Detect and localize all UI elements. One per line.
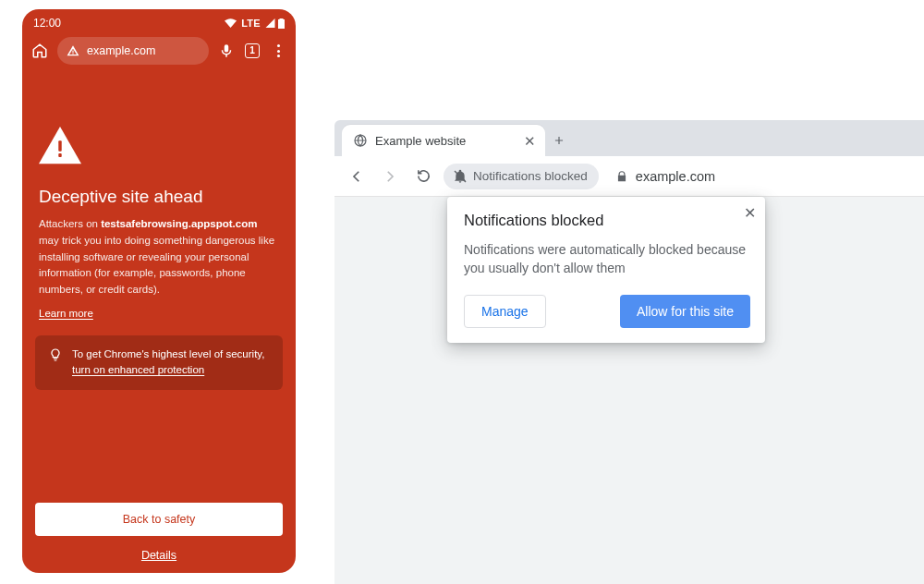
warning-paragraph: Attackers on testsafebrowsing.appspot.co… — [39, 216, 279, 298]
address-bar[interactable]: example.com — [615, 169, 715, 184]
warning-hostname: testsafebrowsing.appspot.com — [101, 218, 257, 229]
details-link[interactable]: Details — [35, 549, 283, 562]
enhanced-protection-tip[interactable]: To get Chrome's highest level of securit… — [35, 335, 283, 390]
mobile-chrome-warning: 12:00 LTE example.com 1 Deceptive site a… — [22, 9, 296, 573]
tab-strip: Example website ✕ — [334, 120, 924, 156]
browser-tab[interactable]: Example website ✕ — [342, 125, 545, 156]
notifications-blocked-chip[interactable]: Notifications blocked — [444, 164, 599, 189]
manage-button[interactable]: Manage — [464, 295, 546, 328]
wifi-icon — [225, 18, 237, 28]
back-to-safety-button[interactable]: Back to safety — [35, 503, 283, 536]
status-icons: LTE — [225, 18, 285, 29]
new-tab-button[interactable] — [545, 125, 573, 156]
globe-icon — [353, 133, 368, 148]
reload-button[interactable] — [410, 164, 436, 189]
tip-link[interactable]: turn on enhanced protection — [72, 364, 204, 375]
cell-signal-icon — [265, 18, 275, 28]
popup-actions: Manage Allow for this site — [464, 295, 750, 328]
notifications-blocked-popup: ✕ Notifications blocked Notifications we… — [447, 197, 765, 343]
allow-for-this-site-button[interactable]: Allow for this site — [620, 295, 750, 328]
learn-more-link[interactable]: Learn more — [39, 308, 279, 319]
warning-triangle-icon — [67, 44, 79, 57]
tip-text: To get Chrome's highest level of securit… — [72, 347, 270, 379]
tab-title: Example website — [375, 134, 466, 148]
clock: 12:00 — [33, 17, 61, 30]
omnibox-row: example.com 1 — [22, 33, 296, 74]
popup-body: Notifications were automatically blocked… — [464, 240, 750, 278]
forward-button[interactable] — [377, 164, 403, 189]
address-bar[interactable]: example.com — [57, 37, 209, 65]
overflow-menu-icon[interactable] — [270, 43, 286, 59]
tab-switcher[interactable]: 1 — [244, 43, 261, 59]
battery-icon — [278, 18, 285, 29]
mic-icon[interactable] — [218, 43, 235, 59]
home-icon[interactable] — [31, 43, 48, 59]
toolbar: Notifications blocked example.com — [334, 156, 924, 197]
chip-label: Notifications blocked — [473, 169, 588, 183]
back-button[interactable] — [344, 164, 370, 189]
svg-rect-1 — [58, 153, 61, 157]
warning-heading: Deceptive site ahead — [39, 187, 279, 207]
bell-slash-icon — [453, 169, 468, 184]
tab-close-icon[interactable]: ✕ — [524, 134, 536, 148]
warning-body: Deceptive site ahead Attackers on testsa… — [22, 74, 296, 319]
bottom-actions: Back to safety Details — [22, 503, 296, 562]
status-bar: 12:00 LTE — [22, 9, 296, 33]
url-text: example.com — [636, 169, 715, 184]
tip-pre: To get Chrome's highest level of securit… — [72, 348, 264, 359]
tab-count: 1 — [249, 46, 255, 55]
lock-icon — [615, 170, 628, 183]
popup-title: Notifications blocked — [464, 212, 750, 229]
svg-rect-0 — [58, 140, 61, 152]
warning-text-pre: Attackers on — [39, 218, 101, 229]
desktop-chrome: Example website ✕ No — [334, 120, 924, 342]
warning-text-post: may trick you into doing something dange… — [39, 235, 274, 295]
warning-large-icon — [39, 126, 81, 164]
network-label: LTE — [241, 18, 261, 29]
popup-close-icon[interactable]: ✕ — [744, 206, 756, 221]
lightbulb-icon — [48, 347, 63, 362]
url-text: example.com — [87, 44, 155, 57]
